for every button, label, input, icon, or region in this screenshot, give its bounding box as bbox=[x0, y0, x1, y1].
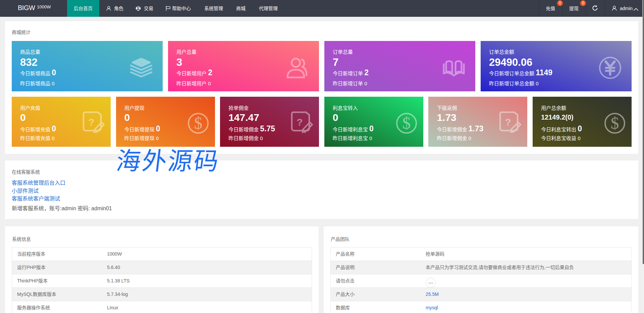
svg-text:$: $ bbox=[611, 114, 619, 132]
svg-text:$: $ bbox=[402, 114, 411, 132]
svg-text:?: ? bbox=[505, 117, 511, 128]
svg-text:$: $ bbox=[194, 114, 202, 132]
svg-text:?: ? bbox=[297, 117, 303, 128]
svg-text:?: ? bbox=[88, 117, 94, 128]
